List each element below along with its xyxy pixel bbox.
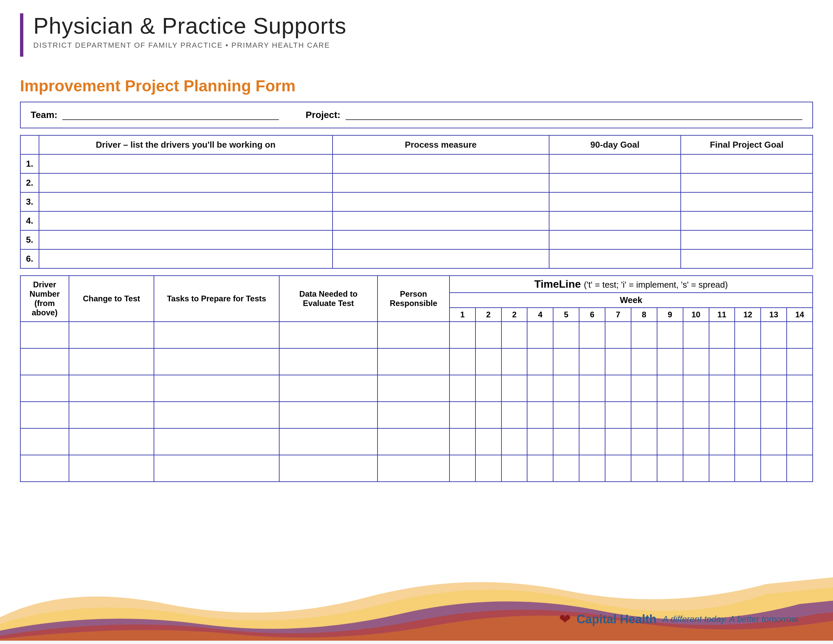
tl-row-week-6[interactable] (579, 428, 605, 455)
tl-row-tasks[interactable] (154, 348, 279, 375)
tl-row-week-5[interactable] (553, 402, 579, 428)
tl-row-week-2[interactable] (476, 322, 502, 348)
driver-row-90day[interactable] (549, 155, 681, 173)
tl-row-week-13[interactable] (761, 402, 787, 428)
tl-row-driver-num[interactable] (20, 402, 69, 428)
driver-row-90day[interactable] (549, 211, 681, 230)
tl-row-week-14[interactable] (787, 348, 813, 375)
tl-row-week-10[interactable] (683, 348, 709, 375)
tl-row-week-6[interactable] (579, 348, 605, 375)
tl-row-data[interactable] (279, 455, 378, 482)
tl-row-person[interactable] (378, 348, 449, 375)
tl-row-week-1[interactable] (449, 428, 476, 455)
tl-row-week-14[interactable] (787, 455, 813, 482)
tl-row-week-14[interactable] (787, 428, 813, 455)
tl-row-driver-num[interactable] (20, 348, 69, 375)
driver-row-final[interactable] (681, 173, 813, 192)
tl-row-week-6[interactable] (579, 375, 605, 402)
driver-row-driver[interactable] (39, 155, 333, 173)
tl-row-driver-num[interactable] (20, 375, 69, 402)
tl-row-change[interactable] (69, 428, 154, 455)
tl-row-week-11[interactable] (709, 402, 735, 428)
tl-row-week-8[interactable] (631, 375, 657, 402)
driver-row-process[interactable] (333, 230, 549, 250)
tl-row-week-7[interactable] (605, 348, 631, 375)
tl-row-change[interactable] (69, 348, 154, 375)
tl-row-week-1[interactable] (449, 375, 476, 402)
tl-row-week-13[interactable] (761, 322, 787, 348)
tl-row-week-7[interactable] (605, 428, 631, 455)
tl-row-week-3[interactable] (502, 402, 527, 428)
tl-row-data[interactable] (279, 322, 378, 348)
tl-row-week-5[interactable] (553, 348, 579, 375)
tl-row-week-6[interactable] (579, 402, 605, 428)
tl-row-week-7[interactable] (605, 375, 631, 402)
driver-row-90day[interactable] (549, 192, 681, 211)
tl-row-data[interactable] (279, 348, 378, 375)
tl-row-week-1[interactable] (449, 455, 476, 482)
tl-row-week-11[interactable] (709, 455, 735, 482)
tl-row-tasks[interactable] (154, 375, 279, 402)
driver-row-final[interactable] (681, 192, 813, 211)
tl-row-person[interactable] (378, 322, 449, 348)
tl-row-person[interactable] (378, 375, 449, 402)
tl-row-week-14[interactable] (787, 402, 813, 428)
tl-row-week-11[interactable] (709, 428, 735, 455)
tl-row-week-11[interactable] (709, 375, 735, 402)
tl-row-week-8[interactable] (631, 402, 657, 428)
tl-row-tasks[interactable] (154, 428, 279, 455)
tl-row-week-8[interactable] (631, 428, 657, 455)
driver-row-90day[interactable] (549, 230, 681, 250)
driver-row-final[interactable] (681, 211, 813, 230)
tl-row-week-1[interactable] (449, 348, 476, 375)
tl-row-week-10[interactable] (683, 375, 709, 402)
tl-row-tasks[interactable] (154, 455, 279, 482)
tl-row-week-1[interactable] (449, 402, 476, 428)
tl-row-change[interactable] (69, 455, 154, 482)
tl-row-week-5[interactable] (553, 428, 579, 455)
tl-row-week-14[interactable] (787, 375, 813, 402)
tl-row-week-2[interactable] (476, 428, 502, 455)
tl-row-data[interactable] (279, 375, 378, 402)
tl-row-week-3[interactable] (502, 455, 527, 482)
tl-row-week-4[interactable] (527, 322, 553, 348)
tl-row-week-7[interactable] (605, 455, 631, 482)
tl-row-week-5[interactable] (553, 375, 579, 402)
driver-row-driver[interactable] (39, 211, 333, 230)
tl-row-week-2[interactable] (476, 375, 502, 402)
driver-row-90day[interactable] (549, 173, 681, 192)
tl-row-week-6[interactable] (579, 322, 605, 348)
tl-row-week-2[interactable] (476, 348, 502, 375)
driver-row-process[interactable] (333, 211, 549, 230)
tl-row-week-10[interactable] (683, 322, 709, 348)
driver-row-90day[interactable] (549, 250, 681, 268)
tl-row-week-5[interactable] (553, 322, 579, 348)
tl-row-week-9[interactable] (657, 375, 683, 402)
tl-row-week-8[interactable] (631, 455, 657, 482)
driver-row-final[interactable] (681, 155, 813, 173)
driver-row-driver[interactable] (39, 230, 333, 250)
driver-row-process[interactable] (333, 173, 549, 192)
tl-row-week-10[interactable] (683, 455, 709, 482)
tl-row-change[interactable] (69, 375, 154, 402)
tl-row-person[interactable] (378, 402, 449, 428)
tl-row-change[interactable] (69, 322, 154, 348)
tl-row-week-9[interactable] (657, 402, 683, 428)
tl-row-week-12[interactable] (735, 455, 761, 482)
tl-row-week-6[interactable] (579, 455, 605, 482)
tl-row-week-7[interactable] (605, 402, 631, 428)
tl-row-week-12[interactable] (735, 402, 761, 428)
tl-row-week-2[interactable] (476, 455, 502, 482)
tl-row-week-9[interactable] (657, 348, 683, 375)
tl-row-week-13[interactable] (761, 348, 787, 375)
tl-row-week-12[interactable] (735, 322, 761, 348)
driver-row-driver[interactable] (39, 192, 333, 211)
tl-row-week-12[interactable] (735, 348, 761, 375)
driver-row-final[interactable] (681, 250, 813, 268)
tl-row-tasks[interactable] (154, 322, 279, 348)
driver-row-final[interactable] (681, 230, 813, 250)
tl-row-week-13[interactable] (761, 375, 787, 402)
tl-row-week-8[interactable] (631, 348, 657, 375)
tl-row-week-14[interactable] (787, 322, 813, 348)
tl-row-week-4[interactable] (527, 455, 553, 482)
